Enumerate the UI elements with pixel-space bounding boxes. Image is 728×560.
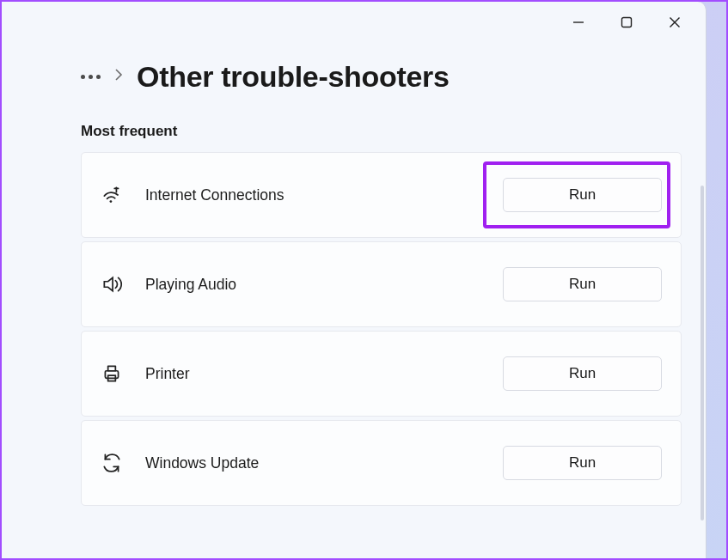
- printer-icon: [101, 362, 135, 385]
- audio-icon: [101, 273, 135, 295]
- troubleshooter-item-audio: Playing Audio Run: [81, 241, 682, 327]
- window-titlebar: [2, 2, 706, 43]
- troubleshooter-item-internet: Internet Connections Run: [81, 152, 682, 238]
- breadcrumb-ellipsis-button[interactable]: [81, 75, 101, 79]
- svg-rect-6: [108, 366, 116, 370]
- maximize-button[interactable]: [603, 5, 651, 40]
- close-icon: [669, 16, 681, 28]
- svg-point-4: [110, 200, 113, 203]
- scrollbar[interactable]: [700, 186, 704, 520]
- troubleshooter-label: Playing Audio: [135, 276, 503, 294]
- troubleshooter-item-windows-update: Windows Update Run: [81, 420, 682, 506]
- maximize-icon: [621, 16, 633, 28]
- troubleshooter-label: Internet Connections: [135, 186, 503, 204]
- run-button-audio[interactable]: Run: [503, 267, 662, 301]
- troubleshooter-item-printer: Printer Run: [81, 331, 682, 417]
- settings-window: Other trouble-shooters Most frequent Int…: [2, 2, 707, 560]
- chevron-right-icon: [114, 68, 123, 86]
- minimize-icon: [572, 16, 584, 28]
- run-button-windows-update[interactable]: Run: [503, 446, 662, 480]
- troubleshooter-list: Internet Connections Run Playing Audio R…: [2, 152, 706, 506]
- troubleshooter-label: Windows Update: [135, 454, 503, 472]
- section-heading: Most frequent: [2, 102, 706, 152]
- page-title: Other trouble-shooters: [137, 60, 450, 94]
- close-button[interactable]: [651, 5, 699, 40]
- wifi-icon: [101, 184, 135, 206]
- minimize-button[interactable]: [554, 5, 603, 40]
- sync-icon: [101, 452, 135, 474]
- run-button-printer[interactable]: Run: [503, 356, 662, 391]
- breadcrumb: Other trouble-shooters: [2, 43, 706, 102]
- troubleshooter-label: Printer: [135, 365, 503, 383]
- run-button-internet[interactable]: Run: [503, 178, 662, 212]
- svg-rect-5: [105, 371, 118, 379]
- svg-rect-1: [622, 18, 632, 27]
